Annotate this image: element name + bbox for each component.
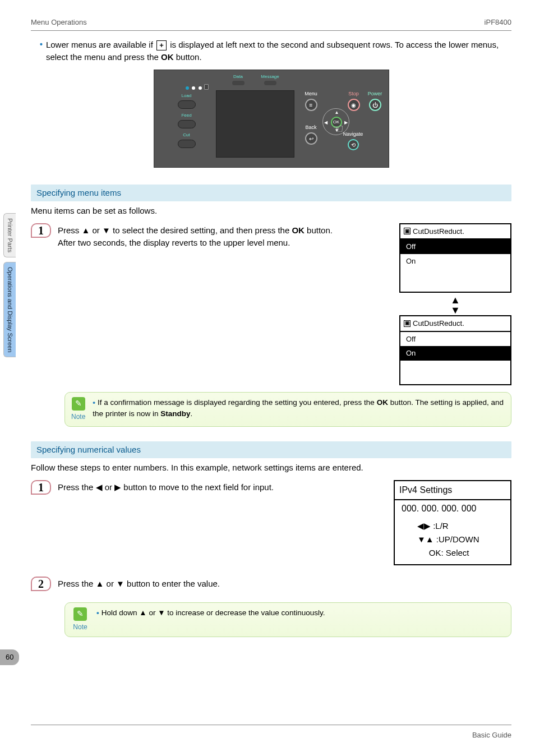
panel-stop-label: Stop (348, 91, 359, 96)
lcd-row-off: Off (400, 239, 510, 254)
step-number-1b: 1 (31, 480, 51, 495)
bullet-icon: • (40, 39, 43, 64)
lcd-doc-icon: ▣ (404, 320, 411, 327)
intro-text: Lower menus are available if + is displa… (46, 39, 511, 64)
lcd-help-text: ◀▶ :L/R ▼▲ :UP/DOWN OK: Select (395, 517, 510, 564)
lcd-ipv4-settings: IPv4 Settings 000. 000. 000. 000 ◀▶ :L/R… (394, 480, 511, 565)
panel-data-label: Data (233, 74, 243, 79)
note-pencil-icon: ✎ (73, 607, 87, 621)
page-header: Menu Operations iPF8400 (31, 17, 511, 31)
section1-step1-text: Press ▲ or ▼ to select the desired setti… (58, 223, 333, 250)
arrow-up-down-icon: ▲▼ (399, 293, 511, 315)
note-text-2: •Hold down ▲ or ▼ to increase or decreas… (96, 607, 325, 632)
note-text-1: •If a confirmation message is displayed … (93, 397, 505, 422)
section-heading-menu-items: Specifying menu items (31, 185, 511, 202)
header-left: Menu Operations (31, 17, 87, 28)
panel-cut-button (178, 140, 196, 148)
note-label: Note (73, 622, 87, 632)
lcd-doc-icon: ▣ (404, 228, 411, 234)
lcd-row-off: Off (400, 332, 510, 347)
panel-cut-label: Cut (171, 132, 202, 139)
note-pencil-icon: ✎ (72, 397, 85, 411)
printer-control-panel-illustration: Load Feed Cut Data Message Menu≡ Back↩ S… (154, 70, 389, 168)
panel-top-lights (186, 84, 209, 92)
panel-power-label: Power (368, 91, 382, 96)
step-number-2: 2 (31, 577, 51, 591)
panel-load-button (178, 100, 196, 109)
lcd-ipv4-value: 000. 000. 000. 000 (395, 500, 510, 517)
note-block-2: ✎ Note •Hold down ▲ or ▼ to increase or … (64, 602, 511, 637)
note-label: Note (71, 412, 85, 422)
lcd-cutdust-on-selected: ▣CutDustReduct. Off On (399, 315, 511, 385)
panel-back-label: Back (305, 125, 316, 130)
section1-lead: Menu items can be set as follows. (31, 205, 511, 218)
panel-power-button: ⏻ (369, 99, 381, 111)
panel-stop-button: ◉ (348, 99, 360, 111)
intro-bullet: • Lower menus are available if + is disp… (31, 39, 511, 64)
step-number-1: 1 (31, 223, 51, 238)
panel-load-label: Load (171, 93, 202, 99)
panel-feed-button (178, 120, 196, 128)
panel-navigate-button: ⟲ (348, 139, 359, 150)
page-footer: Basic Guide (31, 725, 511, 741)
note-block-1: ✎ Note •If a confirmation message is dis… (64, 392, 511, 427)
panel-feed-label: Feed (171, 112, 202, 119)
lcd-row-on: On (400, 346, 510, 361)
panel-menu-button: ≡ (305, 99, 317, 111)
footer-text: Basic Guide (472, 730, 511, 741)
section2-step2-text: Press the ▲ or ▼ button to enter the val… (58, 577, 220, 591)
section2-lead: Follow these steps to enter numbers. In … (31, 462, 511, 474)
section2-step1-text: Press the ◀ or ▶ button to move to the n… (58, 480, 274, 495)
lcd-cutdust-off-selected: ▣CutDustReduct. Off On (399, 223, 511, 293)
lcd-row-on: On (400, 254, 510, 269)
panel-menu-label: Menu (305, 91, 317, 96)
section-heading-numerical: Specifying numerical values (31, 441, 511, 459)
panel-lcd (216, 90, 294, 158)
panel-message-label: Message (261, 74, 279, 79)
panel-navigate-label: Navigate (343, 131, 363, 137)
panel-back-button: ↩ (305, 132, 317, 145)
plus-submenu-icon: + (156, 40, 167, 50)
header-right: iPF8400 (485, 17, 511, 28)
